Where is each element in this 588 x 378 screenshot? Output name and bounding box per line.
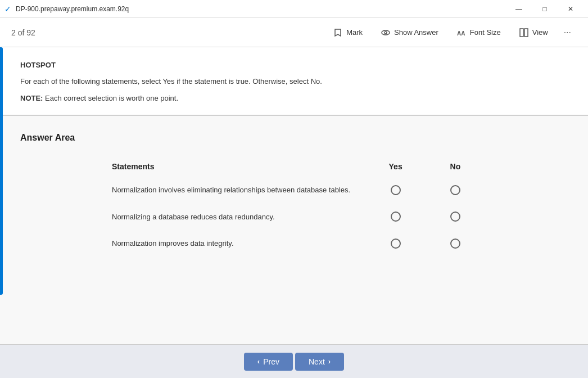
check-icon: ✓ <box>4 4 11 14</box>
titlebar-left: ✓ DP-900.prepaway.premium.exam.92q <box>4 4 129 14</box>
question-instructions: For each of the following statements, se… <box>20 76 568 87</box>
view-label: View <box>532 28 548 37</box>
content-area: HOTSPOT For each of the following statem… <box>0 47 588 344</box>
col-header-yes: Yes <box>366 156 426 177</box>
table-row: Normalizing a database reduces data redu… <box>103 204 485 231</box>
titlebar-controls: — □ ✕ <box>506 0 584 18</box>
view-button[interactable]: View <box>511 24 556 41</box>
next-label: Next <box>309 357 325 366</box>
prev-chevron: ‹ <box>257 357 260 366</box>
svg-rect-4 <box>524 29 528 37</box>
titlebar: ✓ DP-900.prepaway.premium.exam.92q — □ ✕ <box>0 0 588 18</box>
no-radio-3-cell <box>426 230 485 257</box>
svg-point-1 <box>385 32 387 34</box>
table-row: Normalization improves data integrity. <box>103 230 485 257</box>
mark-icon <box>333 28 343 38</box>
statement-2: Normalizing a database reduces data redu… <box>103 204 366 231</box>
yes-radio-3[interactable] <box>391 238 401 249</box>
note-prefix: NOTE: <box>20 94 43 102</box>
font-size-label: Font Size <box>470 28 501 37</box>
statement-3: Normalization improves data integrity. <box>103 230 366 257</box>
svg-rect-3 <box>520 29 523 37</box>
next-button[interactable]: Next › <box>295 353 344 371</box>
next-chevron: › <box>328 357 331 366</box>
no-radio-2[interactable] <box>450 212 460 222</box>
show-answer-label: Show Answer <box>394 28 438 37</box>
prev-label: Prev <box>263 357 279 366</box>
question-section: HOTSPOT For each of the following statem… <box>0 47 588 116</box>
yes-radio-3-cell <box>366 230 426 257</box>
answer-area-title: Answer Area <box>20 133 568 143</box>
yes-radio-2-cell <box>366 204 426 231</box>
no-radio-2-cell <box>426 204 485 231</box>
col-header-statements: Statements <box>103 156 366 177</box>
view-icon <box>519 28 529 38</box>
note-text: Each correct selection is worth one poin… <box>43 94 178 102</box>
question-type: HOTSPOT <box>20 61 568 69</box>
font-size-icon: AA <box>456 28 467 38</box>
yes-radio-1[interactable] <box>391 185 401 195</box>
table-row: Normalization involves eliminating relat… <box>103 177 485 204</box>
mark-label: Mark <box>346 28 363 37</box>
no-radio-3[interactable] <box>450 238 460 249</box>
eye-icon <box>381 28 391 38</box>
font-size-button[interactable]: AA Font Size <box>449 24 509 41</box>
no-radio-1-cell <box>426 177 485 204</box>
statements-table: Statements Yes No Normalization involves… <box>103 156 485 257</box>
question-note: NOTE: Each correct selection is worth on… <box>20 93 568 104</box>
yes-radio-1-cell <box>366 177 426 204</box>
prev-button[interactable]: ‹ Prev <box>244 353 293 371</box>
svg-point-0 <box>382 30 390 35</box>
svg-text:AA: AA <box>457 30 465 37</box>
toolbar: 2 of 92 Mark Show Answer AA <box>0 18 588 47</box>
minimize-button[interactable]: — <box>506 0 532 18</box>
yes-radio-2[interactable] <box>391 212 401 222</box>
show-answer-button[interactable]: Show Answer <box>373 24 446 41</box>
statement-1: Normalization involves eliminating relat… <box>103 177 366 204</box>
answer-section: Answer Area Statements Yes No Normalizat… <box>0 116 588 344</box>
window-title: DP-900.prepaway.premium.exam.92q <box>16 5 129 13</box>
question-counter: 2 of 92 <box>11 28 35 37</box>
close-button[interactable]: ✕ <box>558 0 584 18</box>
no-radio-1[interactable] <box>450 185 460 195</box>
maximize-button[interactable]: □ <box>532 0 558 18</box>
more-button[interactable]: ··· <box>558 24 577 41</box>
toolbar-actions: Mark Show Answer AA Font Size <box>325 24 577 41</box>
col-header-no: No <box>426 156 485 177</box>
mark-button[interactable]: Mark <box>325 24 370 41</box>
footer: ‹ Prev Next › <box>0 344 588 378</box>
left-accent-bar <box>0 47 3 295</box>
